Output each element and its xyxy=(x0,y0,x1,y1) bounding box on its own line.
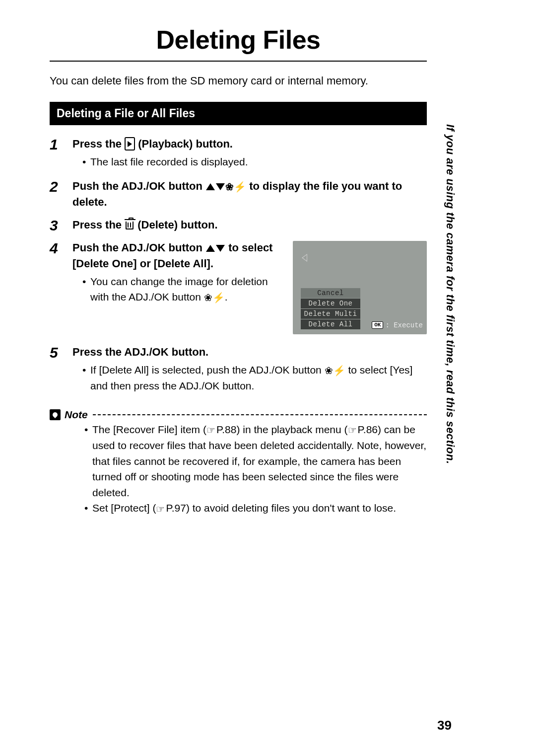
trash-icon xyxy=(126,222,134,229)
note-icon xyxy=(50,409,61,420)
pointer-icon: ☞ xyxy=(206,423,215,438)
macro-icon: ❀ xyxy=(204,293,212,303)
side-tab-text: If you are using the camera for the firs… xyxy=(444,124,457,472)
macro-icon: ❀ xyxy=(225,181,234,192)
page-ref: P.86 xyxy=(358,424,378,435)
step-number: 4 xyxy=(50,240,72,334)
playback-icon xyxy=(125,137,135,151)
text: ) in the playback menu ( xyxy=(236,424,347,435)
text: ) to avoid deleting files you don't want… xyxy=(186,502,396,514)
text: (Delete) button. xyxy=(137,219,217,231)
flash-icon: ⚡ xyxy=(333,365,345,376)
step-3-title: Press the (Delete) button. xyxy=(72,217,427,233)
step-4: 4 Push the ADJ./OK button to select [Del… xyxy=(50,240,427,334)
step-3: 3 Press the (Delete) button. xyxy=(50,217,427,235)
flash-icon: ⚡ xyxy=(212,293,225,303)
step-4-title: Push the ADJ./OK button to select [Delet… xyxy=(72,240,284,272)
text: Press the xyxy=(72,219,125,231)
pointer-icon: ☞ xyxy=(156,502,165,517)
step-5: 5 Press the ADJ./OK button. If [Delete A… xyxy=(50,344,427,398)
text: Press the xyxy=(72,138,125,150)
page-number: 39 xyxy=(437,718,452,733)
macro-icon: ❀ xyxy=(325,365,333,376)
execute-hint: OK : Execute xyxy=(372,321,423,329)
step-number: 5 xyxy=(50,344,72,398)
page-ref: P.97 xyxy=(166,502,186,514)
step-1-bullet: The last file recorded is displayed. xyxy=(82,154,427,170)
section-heading: Deleting a File or All Files xyxy=(50,102,427,125)
step-1: 1 Press the (Playback) button. The last … xyxy=(50,136,427,173)
dash-rule xyxy=(93,414,427,415)
text: The [Recover File] item ( xyxy=(92,424,206,435)
note-item-2: Set [Protect] (☞P.97) to avoid deleting … xyxy=(84,500,427,516)
left-arrow-icon xyxy=(302,254,307,262)
lcd-screenshot: Cancel Delete One Delete Multi Delete Al… xyxy=(293,241,427,334)
intro-text: You can delete files from the SD memory … xyxy=(50,74,427,89)
step-number: 3 xyxy=(50,217,72,235)
step-number: 2 xyxy=(50,178,72,212)
text: Push the ADJ./OK button xyxy=(72,241,205,254)
note-header: Note xyxy=(50,409,427,421)
text: : Execute xyxy=(385,321,423,329)
up-arrow-icon xyxy=(206,245,215,252)
page-ref: P.88 xyxy=(216,424,237,435)
text: If [Delete All] is selected, push the AD… xyxy=(90,364,325,376)
step-1-title: Press the (Playback) button. xyxy=(72,136,427,152)
up-arrow-icon xyxy=(206,183,215,190)
step-4-bullet: You can change the image for deletion wi… xyxy=(82,274,284,305)
text: You can change the image for deletion wi… xyxy=(90,276,268,303)
down-arrow-icon xyxy=(216,183,225,190)
delete-menu: Cancel Delete One Delete Multi Delete Al… xyxy=(301,288,360,329)
text: (Playback) button. xyxy=(138,138,233,150)
text: . xyxy=(225,291,228,302)
down-arrow-icon xyxy=(216,245,225,252)
menu-item: Delete One xyxy=(301,299,360,308)
menu-item: Delete All xyxy=(301,319,360,329)
note-item-1: The [Recover File] item (☞P.88) in the p… xyxy=(84,422,427,500)
flash-icon: ⚡ xyxy=(234,181,246,192)
step-5-bullet: If [Delete All] is selected, push the AD… xyxy=(82,362,427,394)
pointer-icon: ☞ xyxy=(348,423,357,438)
note-label: Note xyxy=(65,409,88,421)
step-number: 1 xyxy=(50,136,72,173)
step-2: 2 Push the ADJ./OK button ❀⚡ to display … xyxy=(50,178,427,212)
page-title: Deleting Files xyxy=(50,25,427,62)
text: Push the ADJ./OK button xyxy=(72,180,205,192)
ok-icon: OK xyxy=(372,321,383,329)
menu-item: Delete Multi xyxy=(301,309,360,319)
menu-item: Cancel xyxy=(301,288,360,298)
text: Set [Protect] ( xyxy=(92,502,156,514)
step-5-title: Press the ADJ./OK button. xyxy=(72,344,427,360)
step-2-title: Push the ADJ./OK button ❀⚡ to display th… xyxy=(72,178,427,210)
